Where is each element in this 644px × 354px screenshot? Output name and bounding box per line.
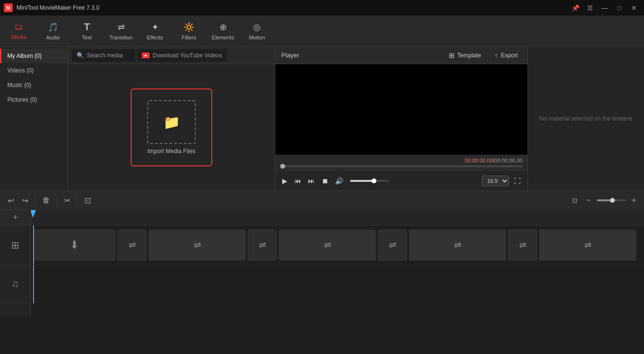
maximize-button[interactable]: □ <box>613 2 626 13</box>
pin-button[interactable]: 📌 <box>569 2 582 13</box>
video-clip-4[interactable]: ⇌ <box>409 230 506 261</box>
transition-icon-8: ⇌ <box>584 240 592 250</box>
video-clip-3[interactable]: ⇌ <box>279 230 376 261</box>
player-progress-track[interactable] <box>280 165 523 167</box>
playhead <box>33 226 34 264</box>
player-timeline: 00:00:00.00 / 00:00:00.00 <box>275 155 527 170</box>
play-button[interactable]: ▶ <box>280 175 289 187</box>
export-label: Export <box>501 52 518 59</box>
toolbar-effects[interactable]: ✦ Effects <box>138 18 172 45</box>
toolbar-media[interactable]: 🗂 Media <box>2 18 36 45</box>
redo-button[interactable]: ↪ <box>19 194 31 207</box>
content-row: My Album (0) Videos (0) Music (0) Pictur… <box>0 47 644 191</box>
import-inner: 📁 <box>147 100 196 144</box>
player-section: Player ⊞ Template ↑ Export 00:00:00.00 /… <box>275 47 527 191</box>
transition-icon-2: ⇌ <box>194 240 201 250</box>
volume-fill <box>350 180 373 182</box>
aspect-ratio-select[interactable]: 16:9 9:16 1:1 4:3 <box>482 176 509 186</box>
search-media-button[interactable]: 🔍 Search media <box>72 49 135 62</box>
transition-clip-1[interactable]: ⇌ <box>118 230 147 261</box>
sidebar-item-videos[interactable]: Videos (0) <box>0 63 68 78</box>
timeline-content: ⬇ ⇌ ⇌ ⇌ ⇌ ⇌ ⇌ <box>31 210 644 317</box>
export-button[interactable]: ↑ Export <box>491 50 522 61</box>
add-track-icon: + <box>13 212 18 223</box>
video-clip-2[interactable]: ⇌ <box>149 230 246 261</box>
toolbar-filters[interactable]: 🔆 Filters <box>172 18 206 45</box>
zoom-in-button[interactable]: + <box>629 194 639 207</box>
transition-icon-5: ⇌ <box>389 240 396 250</box>
toolbar-transition[interactable]: ⇌ Transition <box>104 18 138 45</box>
go-end-button[interactable]: ⏭ <box>306 175 317 187</box>
video-track-icon: ⊞ <box>11 239 19 251</box>
track-header-audio[interactable]: ♫ <box>0 265 31 303</box>
zoom-fit-button[interactable]: ⊡ <box>569 195 580 206</box>
toolbar-separator-2 <box>57 195 57 206</box>
volume-button[interactable]: 🔊 <box>333 175 345 187</box>
sidebar-item-my-album[interactable]: My Album (0) <box>0 49 68 63</box>
import-media-box[interactable]: 📁 Import Media Files <box>131 88 212 166</box>
search-icon: 🔍 <box>77 52 84 59</box>
transition-clip-3[interactable]: ⇌ <box>378 230 407 261</box>
bottom-toolbar: ↩ ↪ 🗑 ✂ ⊡ ⊡ − + <box>0 191 644 210</box>
toolbar-effects-label: Effects <box>147 35 163 40</box>
motion-icon: ◎ <box>253 22 261 33</box>
track-header-video[interactable]: ⊞ <box>0 226 31 265</box>
zoom-thumb[interactable] <box>610 198 615 203</box>
download-youtube-button[interactable]: Download YouTube Videos <box>137 49 227 62</box>
stop-button[interactable]: ⏹ <box>320 175 330 187</box>
toolbar-motion[interactable]: ◎ Motion <box>240 18 274 45</box>
video-clip-5[interactable]: ⇌ <box>539 230 636 261</box>
right-panel: No material selected on the timeline <box>527 47 644 191</box>
video-clip-main[interactable]: ⬇ <box>33 230 116 261</box>
filters-icon: 🔆 <box>184 22 194 33</box>
menu-button[interactable]: ☰ <box>584 2 596 13</box>
toolbar-audio-label: Audio <box>46 35 60 40</box>
zoom-slider[interactable] <box>597 199 626 201</box>
transition-clip-2[interactable]: ⇌ <box>248 230 277 261</box>
template-button[interactable]: ⊞ Template <box>445 50 485 61</box>
player-actions: ⊞ Template ↑ Export <box>445 50 522 61</box>
delete-button[interactable]: 🗑 <box>39 194 53 207</box>
close-button[interactable]: ✕ <box>627 2 640 13</box>
time-current: 00:00:00.00 <box>465 158 493 163</box>
volume-slider[interactable] <box>350 180 389 182</box>
audio-icon: 🎵 <box>48 22 58 33</box>
player-progress-thumb[interactable] <box>280 164 285 169</box>
import-label: Import Media Files <box>148 148 196 155</box>
toolbar-text[interactable]: T Text <box>70 18 104 45</box>
media-toolbar: 🔍 Search media Download YouTube Videos <box>68 47 275 64</box>
timeline-tracks-header: + ⊞ ♫ <box>0 210 31 317</box>
crop-button[interactable]: ⊡ <box>82 194 94 207</box>
volume-thumb[interactable] <box>372 178 376 183</box>
search-media-label: Search media <box>87 52 123 59</box>
fullscreen-button[interactable]: ⛶ <box>512 175 523 187</box>
player-header: Player ⊞ Template ↑ Export <box>275 47 527 64</box>
timeline-tracks: ⬇ ⇌ ⇌ ⇌ ⇌ ⇌ ⇌ <box>31 226 644 317</box>
media-area: 🔍 Search media Download YouTube Videos 📁… <box>68 47 275 191</box>
add-track-button[interactable]: + <box>0 210 31 226</box>
zoom-out-button[interactable]: − <box>583 194 593 207</box>
media-icon: 🗂 <box>15 22 23 32</box>
toolbar-audio[interactable]: 🎵 Audio <box>36 18 70 45</box>
go-start-button[interactable]: ⏮ <box>292 175 303 187</box>
effects-icon: ✦ <box>152 22 159 33</box>
sidebar-item-pictures[interactable]: Pictures (0) <box>0 92 68 107</box>
transition-icon-3: ⇌ <box>259 240 266 250</box>
sidebar-item-music[interactable]: Music (0) <box>0 78 68 92</box>
toolbar-elements[interactable]: ⊕ Elements <box>206 18 240 45</box>
zoom-fill <box>597 199 611 201</box>
toolbar-motion-label: Motion <box>249 35 265 40</box>
timeline-area: + ⊞ ♫ ⬇ ⇌ ⇌ <box>0 210 644 317</box>
minimize-button[interactable]: — <box>598 2 611 13</box>
undo-button[interactable]: ↩ <box>5 194 17 207</box>
app-icon: M <box>4 3 13 12</box>
video-canvas <box>275 64 527 155</box>
toolbar-separator-1 <box>35 195 35 206</box>
window-controls: 📌 ☰ — □ ✕ <box>569 2 640 13</box>
transition-clip-4[interactable]: ⇌ <box>508 230 537 261</box>
toolbar-separator-3 <box>77 195 78 206</box>
elements-icon: ⊕ <box>220 22 227 33</box>
zoom-controls: ⊡ − + <box>569 194 639 207</box>
toolbar-transition-label: Transition <box>109 35 133 40</box>
cut-button[interactable]: ✂ <box>61 194 73 207</box>
